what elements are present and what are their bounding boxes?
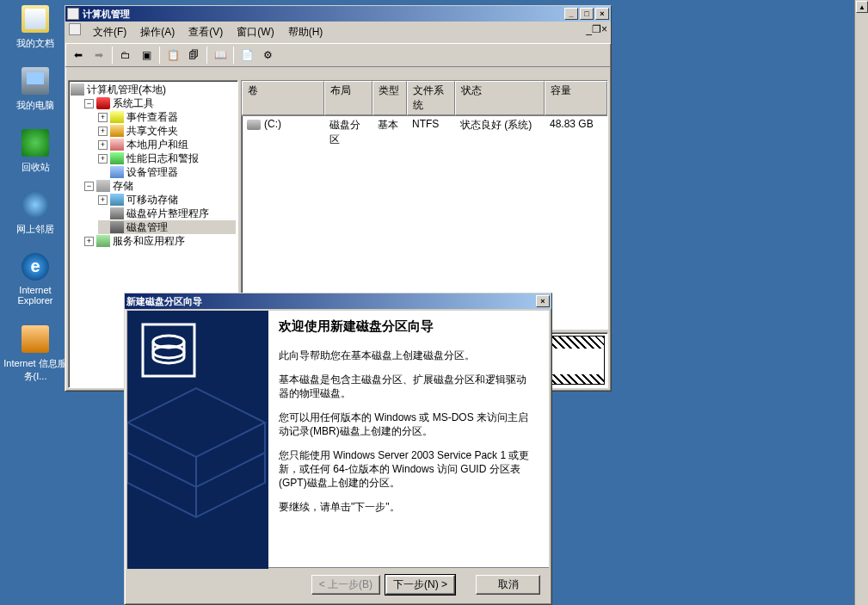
wizard-sidebar-graphic: [127, 311, 268, 567]
icon-label: 我的文档: [15, 36, 56, 51]
menu-action[interactable]: 操作(A): [133, 23, 182, 41]
network-icon: [22, 191, 49, 219]
expand-icon[interactable]: +: [98, 140, 108, 150]
up-button[interactable]: 🗀: [116, 46, 135, 65]
col-fs[interactable]: 文件系统: [407, 81, 455, 115]
expand-icon[interactable]: +: [84, 237, 94, 246]
icon-label: 我的电脑: [15, 98, 56, 113]
desktop-icon-my-computer[interactable]: 我的电脑: [5, 67, 65, 113]
tree-local-users[interactable]: +本地用户和组: [98, 138, 236, 151]
storage-icon: [96, 180, 110, 192]
iis-icon: [22, 325, 49, 353]
collapse-icon[interactable]: −: [84, 99, 94, 108]
maximize-button[interactable]: □: [580, 8, 594, 20]
col-volume[interactable]: 卷: [242, 81, 324, 115]
removable-icon: [110, 194, 124, 206]
wizard-text: 您只能使用 Windows Server 2003 Service Pack 1…: [279, 448, 532, 490]
cancel-button[interactable]: 取消: [476, 575, 540, 595]
wizard-text: 要继续，请单击"下一步"。: [279, 500, 532, 514]
expand-icon[interactable]: +: [98, 127, 108, 136]
menu-file[interactable]: 文件(F): [86, 23, 133, 41]
desktop-icon-recycle[interactable]: 回收站: [5, 129, 65, 175]
event-icon: [110, 111, 124, 123]
recycle-icon: [22, 129, 49, 157]
list-header: 卷 布局 类型 文件系统 状态 容量: [242, 81, 607, 116]
help-button[interactable]: 📖: [211, 46, 230, 65]
col-capacity[interactable]: 容量: [545, 81, 607, 115]
app-icon: [67, 8, 79, 20]
desktop-icon-iis[interactable]: Internet 信息服务(I...: [0, 325, 71, 384]
computer-icon: [22, 67, 49, 95]
share-icon: [110, 125, 124, 137]
desktop-icon-ie[interactable]: Internet Explorer: [5, 253, 65, 306]
minimize-button[interactable]: _: [564, 8, 578, 20]
wizard-text: 此向导帮助您在基本磁盘上创建磁盘分区。: [279, 349, 532, 362]
wizard-text: 基本磁盘是包含主磁盘分区、扩展磁盘分区和逻辑驱动器的物理磁盘。: [279, 373, 532, 400]
close-button[interactable]: ×: [595, 8, 609, 20]
desktop-icon-my-docs[interactable]: 我的文档: [5, 5, 65, 51]
tree-perf-logs[interactable]: +性能日志和警报: [98, 151, 236, 165]
app-small-icon: [69, 23, 81, 35]
wizard-content: 欢迎使用新建磁盘分区向导 此向导帮助您在基本磁盘上创建磁盘分区。 基本磁盘是包含…: [268, 311, 549, 567]
tree-services[interactable]: +服务和应用程序: [84, 234, 236, 248]
icon-label: Internet 信息服务(I...: [0, 356, 71, 384]
disk-icon: [110, 221, 124, 233]
toolbar: ⬅ ➡ 🗀 ▣ 📋 🗐 📖 📄 ⚙: [65, 43, 611, 67]
tree-storage[interactable]: −存储: [84, 179, 236, 193]
col-status[interactable]: 状态: [455, 81, 545, 115]
expand-icon[interactable]: +: [98, 195, 108, 205]
menubar: 文件(F) 操作(A) 查看(V) 窗口(W) 帮助(H) _ ❐ ×: [65, 22, 611, 43]
tools-icon: [96, 97, 110, 109]
forward-button[interactable]: ➡: [89, 46, 108, 65]
scroll-up-icon[interactable]: ▲: [856, 1, 868, 13]
wizard-heading: 欢迎使用新建磁盘分区向导: [279, 319, 532, 333]
desktop-icon-network[interactable]: 网上邻居: [5, 191, 65, 237]
wizard-close-button[interactable]: ×: [536, 295, 550, 307]
wizard-button-bar: < 上一步(B) 下一步(N) > 取消: [127, 567, 549, 602]
wizard-title: 新建磁盘分区向导: [126, 295, 202, 308]
device-icon: [110, 166, 124, 178]
folder-icon: [22, 5, 49, 33]
collapse-icon[interactable]: −: [84, 182, 94, 191]
mdi-minimize-button[interactable]: _: [586, 23, 592, 41]
volume-icon: [247, 120, 261, 130]
next-button[interactable]: 下一步(N) >: [385, 575, 455, 595]
mdi-close-button[interactable]: ×: [601, 23, 607, 41]
tree-system-tools[interactable]: −系统工具: [84, 96, 236, 110]
menu-window[interactable]: 窗口(W): [230, 23, 280, 41]
col-layout[interactable]: 布局: [324, 81, 372, 115]
expand-icon[interactable]: +: [98, 113, 108, 122]
tree-device-mgr[interactable]: 设备管理器: [98, 165, 236, 179]
back-button[interactable]: ⬅: [69, 46, 88, 65]
tree-event-viewer[interactable]: +事件查看器: [98, 110, 236, 124]
refresh-button[interactable]: 🗐: [184, 46, 203, 65]
tree-root[interactable]: 计算机管理(本地): [71, 83, 236, 96]
col-type[interactable]: 类型: [372, 81, 407, 115]
mdi-restore-button[interactable]: ❐: [592, 23, 601, 41]
show-hide-button[interactable]: ▣: [137, 46, 156, 65]
perf-icon: [110, 152, 124, 164]
tree-disk-mgmt[interactable]: 磁盘管理: [98, 220, 236, 234]
icon-label: 回收站: [20, 160, 52, 175]
ie-icon: [22, 253, 49, 281]
new-partition-wizard: 新建磁盘分区向导 ×: [124, 293, 552, 605]
tool-button[interactable]: 📄: [237, 46, 256, 65]
defrag-icon: [110, 207, 124, 219]
menu-view[interactable]: 查看(V): [182, 23, 230, 41]
services-icon: [96, 235, 110, 247]
desktop-scrollbar[interactable]: ▲: [854, 0, 868, 605]
properties-button[interactable]: 📋: [163, 46, 182, 65]
expand-icon[interactable]: +: [98, 154, 108, 164]
menu-help[interactable]: 帮助(H): [281, 23, 330, 41]
tool-button-2[interactable]: ⚙: [258, 46, 277, 65]
tree-shared-folders[interactable]: +共享文件夹: [98, 124, 236, 138]
tree-removable[interactable]: +可移动存储: [98, 193, 236, 207]
wizard-titlebar[interactable]: 新建磁盘分区向导 ×: [125, 293, 551, 309]
titlebar[interactable]: 计算机管理 _ □ ×: [65, 6, 611, 22]
wizard-text: 您可以用任何版本的 Windows 或 MS-DOS 来访问主启动记录(MBR)…: [279, 411, 532, 438]
icon-label: 网上邻居: [15, 222, 56, 237]
icon-label: Internet Explorer: [5, 284, 65, 306]
tree-defrag[interactable]: 磁盘碎片整理程序: [98, 207, 236, 220]
volume-row[interactable]: (C:) 磁盘分区 基本 NTFS 状态良好 (系统) 48.83 GB: [242, 116, 607, 149]
back-button: < 上一步(B): [311, 575, 380, 595]
